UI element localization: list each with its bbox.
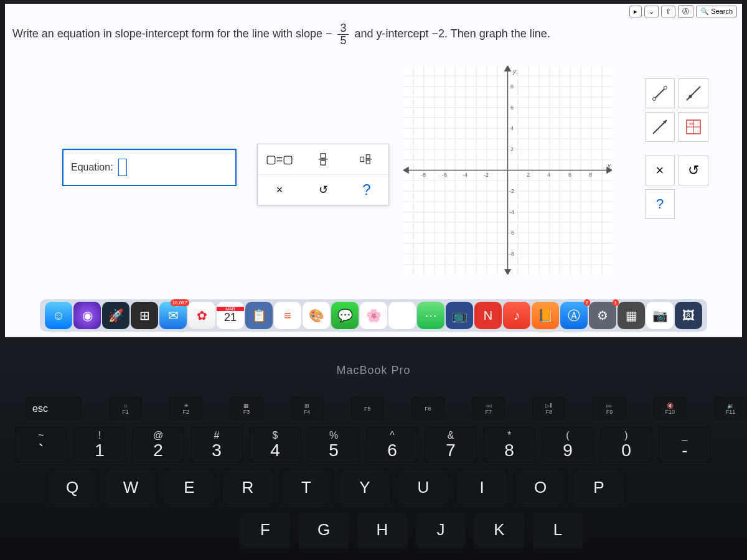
svg-rect-6	[366, 160, 370, 164]
key-e[interactable]: E	[163, 469, 215, 505]
key-r[interactable]: R	[222, 469, 274, 505]
key-minus[interactable]: _-	[659, 427, 711, 463]
key-f2[interactable]: ☀F2	[169, 397, 202, 421]
key-f1[interactable]: ☼F1	[109, 397, 142, 421]
svg-point-53	[689, 95, 692, 98]
dock-photos[interactable]: 🌸	[360, 302, 387, 329]
key-q[interactable]: Q	[46, 469, 98, 505]
key-u[interactable]: U	[397, 469, 449, 505]
dock-app10[interactable]: 🖼	[675, 302, 702, 329]
dock-app1[interactable]: ⊞	[131, 302, 158, 329]
key-f11[interactable]: 🔉F11	[714, 397, 747, 421]
key-f5[interactable]: F5	[351, 397, 384, 421]
dock-app3[interactable]: 🎨	[303, 302, 330, 329]
tool-line-button[interactable]	[645, 78, 675, 108]
key-j[interactable]: J	[415, 511, 467, 548]
macos-dock: ☺ ◉ 🚀 ⊞ ✉16,097 ✿ MAR21 📋 ≡ 🎨 💬 🌸 ⊙ ⋯ 📺 …	[40, 299, 707, 332]
dock-app2[interactable]: 📋	[245, 302, 273, 329]
accessibility-button[interactable]: Ⓐ	[678, 5, 693, 18]
key-g[interactable]: G	[298, 511, 350, 548]
dock-settings[interactable]: ⚙1	[589, 302, 616, 329]
dock-calendar[interactable]: MAR21	[217, 302, 244, 329]
tool-line3-button[interactable]	[645, 112, 675, 142]
key-0[interactable]: )0	[600, 427, 652, 463]
share-button[interactable]: ⇧	[661, 6, 675, 17]
dock-messages[interactable]: 💬	[331, 302, 359, 329]
key-t[interactable]: T	[280, 469, 332, 505]
key-i[interactable]: I	[456, 469, 508, 505]
key-f8[interactable]: ▷ⅡF8	[532, 397, 565, 421]
dock-app6[interactable]: 📺	[446, 302, 473, 329]
dock-appstore[interactable]: Ⓐ2	[560, 302, 588, 329]
keyboard: esc ☼F1 ☀F2 ▦F3 ⊞F4 F5 F6 ◃◃F7 ▷ⅡF8 ▹▹F9…	[15, 397, 747, 554]
key-3[interactable]: #3	[190, 427, 243, 463]
tool-cancel-button[interactable]: ×	[258, 175, 301, 205]
key-1[interactable]: !1	[73, 427, 126, 463]
tool-undo-button[interactable]: ↺	[301, 175, 345, 205]
key-4[interactable]: $4	[249, 427, 301, 463]
key-f6[interactable]: F6	[411, 397, 444, 421]
dock-mail[interactable]: ✉16,097	[159, 302, 187, 329]
key-f9[interactable]: ▹▹F9	[593, 397, 626, 421]
dock-photos-app[interactable]: ✿	[188, 302, 215, 329]
key-backtick[interactable]: ~`	[15, 427, 67, 463]
tool-mixed-fraction-button[interactable]	[345, 144, 388, 174]
right-undo-button[interactable]: ↺	[679, 156, 708, 185]
svg-rect-3	[360, 157, 364, 161]
tool-fraction-button[interactable]	[301, 144, 345, 174]
key-h[interactable]: H	[356, 511, 408, 548]
question-text: Write an equation in slope-intercept for…	[12, 22, 550, 47]
forward-hist-button[interactable]: ▸	[629, 6, 642, 17]
right-cancel-button[interactable]: ×	[645, 156, 675, 185]
equation-field[interactable]: Equation:	[62, 149, 237, 186]
dock-siri[interactable]: ◉	[73, 302, 101, 329]
tool-eq-button[interactable]: ▢=▢	[258, 144, 301, 174]
key-9[interactable]: (9	[542, 427, 594, 463]
key-f7[interactable]: ◃◃F7	[472, 397, 505, 421]
dock-finder[interactable]: ☺	[45, 302, 72, 329]
dock-books[interactable]: 📙	[532, 302, 559, 329]
key-2[interactable]: @2	[132, 427, 184, 463]
svg-marker-47	[505, 66, 510, 71]
key-f10[interactable]: 🔇F10	[654, 397, 687, 421]
right-toolbar: ±x × ↺ ?	[645, 78, 740, 219]
key-esc[interactable]: esc	[26, 397, 82, 421]
dock-music[interactable]: ♪	[503, 302, 530, 329]
dock-app4[interactable]: ⊙	[388, 302, 416, 329]
key-f3[interactable]: ▦F3	[230, 397, 263, 421]
coordinate-plane[interactable]: y x -8 -6 -4 -2 2 4 6 8 8 6 4 2 -2 -4 -6…	[403, 66, 612, 274]
tool-region-button[interactable]: ±x	[679, 112, 708, 142]
right-help-button[interactable]: ?	[645, 189, 675, 219]
search-input[interactable]: 🔍 Search	[696, 6, 737, 17]
dock-app7[interactable]: N	[474, 302, 502, 329]
key-f[interactable]: F	[239, 511, 291, 548]
key-6[interactable]: ^6	[366, 427, 418, 463]
svg-point-51	[664, 86, 667, 90]
svg-marker-48	[505, 269, 510, 274]
key-8[interactable]: *8	[483, 427, 535, 463]
chevron-down-icon[interactable]: ⌄	[644, 6, 659, 17]
svg-rect-0	[321, 154, 325, 158]
dock-launchpad[interactable]: 🚀	[102, 302, 129, 329]
key-o[interactable]: O	[514, 469, 566, 505]
key-w[interactable]: W	[105, 469, 157, 505]
key-5[interactable]: %5	[308, 427, 360, 463]
svg-line-52	[687, 86, 700, 100]
dock-app8[interactable]: ▦	[618, 302, 645, 329]
dock-app9[interactable]: 📷	[646, 302, 674, 329]
y-axis-label: y	[513, 67, 517, 75]
dock-reminders[interactable]: ≡	[274, 302, 301, 329]
tool-help-button[interactable]: ?	[345, 175, 388, 205]
key-7[interactable]: &7	[425, 427, 477, 463]
key-f4[interactable]: ⊞F4	[291, 397, 324, 421]
svg-point-50	[653, 98, 656, 101]
key-p[interactable]: P	[573, 469, 625, 505]
dock-app5[interactable]: ⋯	[417, 302, 444, 329]
key-k[interactable]: K	[473, 511, 525, 548]
search-icon: 🔍	[700, 7, 709, 16]
key-y[interactable]: Y	[339, 469, 391, 505]
x-axis-label: x	[608, 162, 611, 169]
macbook-label: MacBook Pro	[336, 364, 410, 377]
tool-line2-button[interactable]	[679, 78, 708, 108]
key-l[interactable]: L	[532, 511, 584, 548]
